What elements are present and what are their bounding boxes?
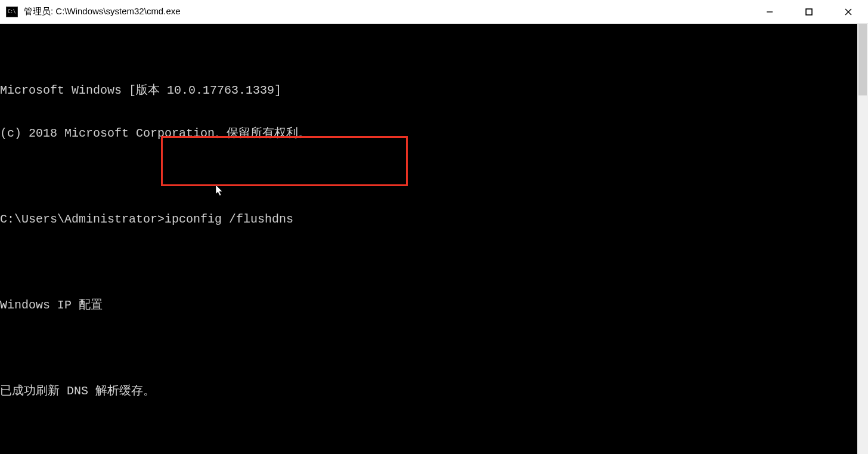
titlebar-left: C:\ 管理员: C:\Windows\system32\cmd.exe: [0, 6, 181, 17]
line-version: Microsoft Windows [版本 10.0.17763.1339]: [0, 84, 857, 98]
blank-line: [0, 341, 857, 356]
minimize-button[interactable]: [750, 0, 789, 23]
cmd-app-icon: C:\: [6, 7, 18, 17]
close-button[interactable]: [829, 0, 868, 23]
command-1: ipconfig /flushdns: [165, 212, 293, 227]
vertical-scrollbar[interactable]: [857, 24, 868, 454]
blank-line: [0, 427, 857, 441]
window-controls: [750, 0, 868, 23]
blank-line: [0, 169, 857, 184]
line-ip-header: Windows IP 配置: [0, 298, 857, 313]
terminal-output: Microsoft Windows [版本 10.0.17763.1339] (…: [0, 52, 857, 454]
terminal-area[interactable]: Microsoft Windows [版本 10.0.17763.1339] (…: [0, 24, 868, 454]
line-copyright: (c) 2018 Microsoft Corporation。保留所有权利。: [0, 126, 857, 141]
minimize-icon: [765, 8, 774, 16]
maximize-icon: [805, 8, 813, 16]
svg-rect-1: [806, 9, 812, 15]
maximize-button[interactable]: [789, 0, 829, 23]
prompt-row-1: C:\Users\Administrator>ipconfig /flushdn…: [0, 212, 857, 227]
close-icon: [844, 8, 852, 16]
scrollbar-thumb[interactable]: [858, 24, 867, 95]
prompt-1: C:\Users\Administrator>: [0, 212, 165, 227]
blank-line: [0, 255, 857, 270]
window-title: 管理员: C:\Windows\system32\cmd.exe: [24, 6, 181, 17]
line-flush-ok: 已成功刷新 DNS 解析缓存。: [0, 384, 857, 399]
window-titlebar[interactable]: C:\ 管理员: C:\Windows\system32\cmd.exe: [0, 0, 868, 24]
